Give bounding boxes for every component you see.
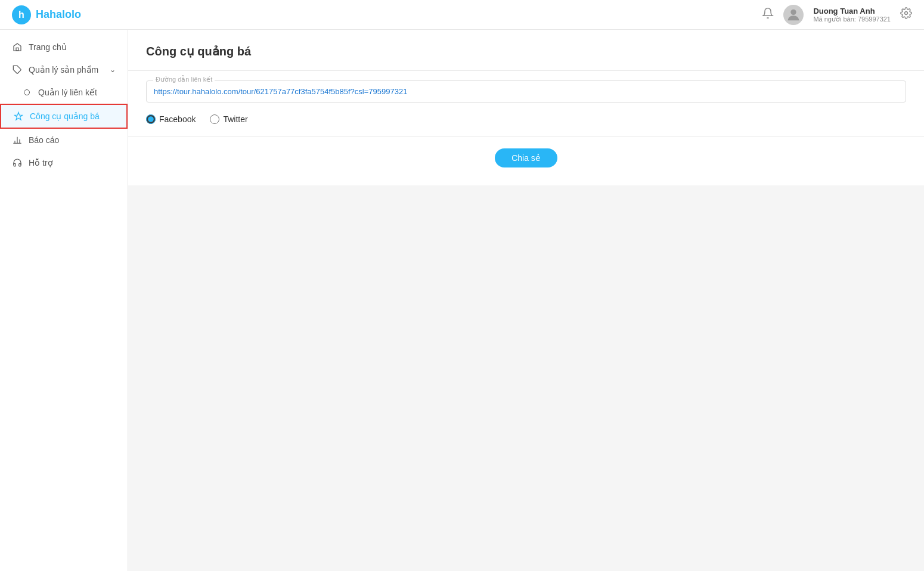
- sidebar-item-cong-cu-quang-ba[interactable]: Công cụ quảng bá: [0, 104, 128, 129]
- sidebar-label-ho-tro: Hỗ trợ: [29, 158, 53, 167]
- svg-point-0: [791, 9, 796, 14]
- header: h Hahalolo Duong Tuan Anh Mã người bán: …: [0, 0, 924, 30]
- svg-point-4: [24, 90, 30, 95]
- circle-icon: [21, 87, 32, 98]
- sidebar-item-trang-chu[interactable]: Trang chủ: [0, 36, 128, 58]
- tag-icon: [12, 64, 23, 75]
- avatar: [783, 5, 804, 25]
- facebook-label: Facebook: [159, 114, 196, 124]
- notification-icon[interactable]: [762, 7, 774, 22]
- layout: Trang chủ Quản lý sản phẩm ⌄ Quản lý liê…: [0, 30, 924, 571]
- facebook-radio[interactable]: [146, 114, 156, 124]
- top-divider: [128, 70, 924, 71]
- twitter-radio-label[interactable]: Twitter: [210, 114, 247, 124]
- share-button[interactable]: Chia sẻ: [495, 148, 557, 167]
- page-title: Công cụ quảng bá: [146, 44, 906, 58]
- sidebar-item-quan-ly-san-pham[interactable]: Quản lý sản phẩm ⌄: [0, 58, 128, 81]
- twitter-radio[interactable]: [210, 114, 219, 124]
- link-field-group: Đường dẫn liên kết: [146, 80, 906, 103]
- chevron-down-icon: ⌄: [110, 66, 116, 74]
- twitter-label: Twitter: [223, 114, 247, 124]
- platform-radio-group: Facebook Twitter: [146, 114, 906, 124]
- header-right: Duong Tuan Anh Mã người bán: 795997321: [762, 5, 912, 25]
- sidebar-item-quan-ly-lien-ket[interactable]: Quản lý liên kết: [0, 81, 128, 104]
- content-panel: Công cụ quảng bá Đường dẫn liên kết Face…: [128, 30, 924, 185]
- sidebar-label-trang-chu: Trang chủ: [29, 42, 67, 52]
- sidebar: Trang chủ Quản lý sản phẩm ⌄ Quản lý liê…: [0, 30, 128, 571]
- bottom-divider: [128, 136, 924, 136]
- svg-rect-2: [16, 48, 18, 51]
- share-button-wrap: Chia sẻ: [146, 148, 906, 167]
- sidebar-label-bao-cao: Báo cáo: [29, 135, 59, 145]
- user-info: Duong Tuan Anh Mã người bán: 795997321: [813, 7, 891, 23]
- headset-icon: [12, 157, 23, 168]
- sidebar-label-quan-ly-lien-ket: Quản lý liên kết: [38, 88, 97, 97]
- chart-icon: [12, 135, 23, 145]
- main-content: Công cụ quảng bá Đường dẫn liên kết Face…: [128, 30, 924, 571]
- svg-point-1: [905, 12, 908, 15]
- home-icon: [12, 42, 23, 52]
- header-left: h Hahalolo: [12, 5, 81, 24]
- sidebar-label-quan-ly-san-pham: Quản lý sản phẩm: [29, 65, 98, 75]
- user-name: Duong Tuan Anh: [813, 7, 891, 15]
- sidebar-item-ho-tro[interactable]: Hỗ trợ: [0, 151, 128, 174]
- user-id: Mã người bán: 795997321: [813, 15, 891, 23]
- sidebar-label-cong-cu-quang-ba: Công cụ quảng bá: [30, 111, 100, 121]
- settings-icon[interactable]: [900, 7, 912, 22]
- link-input[interactable]: [146, 80, 906, 103]
- link-field-label: Đường dẫn liên kết: [153, 76, 215, 83]
- logo-icon: h: [12, 5, 31, 24]
- app-name: Hahalolo: [36, 8, 81, 21]
- sparkle-icon: [13, 111, 24, 122]
- sidebar-item-bao-cao[interactable]: Báo cáo: [0, 129, 128, 151]
- facebook-radio-label[interactable]: Facebook: [146, 114, 196, 124]
